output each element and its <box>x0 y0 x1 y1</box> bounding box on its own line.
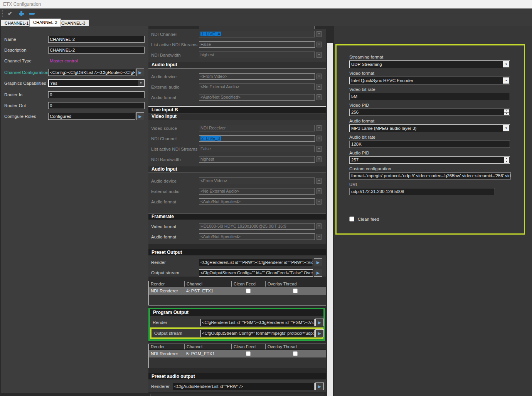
audio-device-row: Audio device <From Video> <box>148 178 326 184</box>
program-render-expand-button[interactable] <box>315 319 324 326</box>
clean-feed-checkbox[interactable] <box>246 351 251 356</box>
chevron-down-icon <box>317 84 322 90</box>
audio-device-row: Audio device <From Video> <box>148 73 326 80</box>
configure-roles-input[interactable]: Configured <box>48 113 135 120</box>
audio-format-select: <Auto/Not Specified> <box>199 233 315 240</box>
chevron-down-icon[interactable]: ▼ <box>503 125 509 131</box>
audio-format-label: Audio format <box>151 235 199 239</box>
video-format-select[interactable]: Intel QuickSync HEVC Encoder ▼ <box>349 77 510 84</box>
audio-format-value: MP3 Lame (MPEG audio layer 3) <box>351 126 416 131</box>
external-audio-label: External audio <box>151 85 199 89</box>
overlay-thread-checkbox[interactable] <box>293 289 298 293</box>
preset-audio-output-block: Preset audio output Renderer <CfgAudioRe… <box>148 373 326 392</box>
preset-output-stream-row: Output stream <CfgOutputStream Config=""… <box>148 269 326 277</box>
step-down-icon[interactable]: ▼ <box>504 160 509 163</box>
channel-type-row: Channel Type Master control <box>4 57 145 65</box>
table-row[interactable]: NDI Renderer 4: PST_ETX1 <box>149 287 326 295</box>
chevron-down-icon <box>317 178 322 184</box>
render-column-header: Render <box>149 344 184 349</box>
apply-check-icon[interactable]: ✔ <box>8 10 14 17</box>
channel-configuration-input[interactable]: <Config><CfgDSKList /><CfgRouter><CfgRou… <box>48 69 135 76</box>
audio-input-header: Audio Input <box>148 62 326 69</box>
preset-output-stream-expand-button[interactable] <box>314 269 322 277</box>
render-column-header: Render <box>149 281 184 287</box>
tab-channel-1[interactable]: CHANNEL-1 <box>1 20 32 27</box>
audio-format-label: Audio format <box>151 95 199 100</box>
program-output-stream-expand-button[interactable] <box>315 329 324 337</box>
audio-renderer-input[interactable]: <CfgAudioRendererList id="PRW" /> <box>173 383 315 390</box>
chevron-down-icon <box>317 223 322 229</box>
chevron-down-icon[interactable]: ▼ <box>503 77 509 84</box>
channel-column-header: Channel <box>184 281 231 287</box>
toolbar-grip-handle[interactable] <box>2 10 4 17</box>
remove-channel-icon[interactable] <box>29 10 35 17</box>
scrollbar-thumb[interactable] <box>327 43 333 396</box>
render-cell: NDI Renderer <box>149 351 184 356</box>
list-active-ndi-streams-row: List active NDI Streams False <box>148 41 326 48</box>
list-active-ndi-streams-select: False <box>199 41 315 48</box>
audio-pid-stepper[interactable]: 257 ▲▼ <box>349 156 510 164</box>
chevron-down-icon <box>317 52 322 58</box>
name-input[interactable]: CHANNEL-2 <box>48 36 145 43</box>
list-active-ndi-streams-row: List active NDI Streams False <box>148 146 326 152</box>
preset-audio-output-header: Preset audio output <box>148 373 326 379</box>
chevron-down-icon <box>317 156 322 162</box>
url-input[interactable]: udp://172.31.230.129:5008 <box>349 188 495 195</box>
preset-render-expand-button[interactable] <box>314 258 322 266</box>
clean-feed-cell <box>231 289 265 293</box>
router-in-input[interactable]: 0 <box>48 91 145 98</box>
clean-feed-column-header: Clean Feed <box>231 344 265 349</box>
chevron-down-icon[interactable]: ▼ <box>138 80 144 86</box>
step-up-icon[interactable]: ▲ <box>504 109 509 112</box>
video-bit-rate-input[interactable]: 5M <box>349 93 510 100</box>
streaming-format-select[interactable]: UDP Streaming ▼ <box>349 60 510 68</box>
step-down-icon[interactable]: ▼ <box>504 112 509 115</box>
ndi-bandwidth-row: NDI Bandwidth highest <box>148 156 326 163</box>
custom-configuration-input[interactable]: format='mpegts' protocol='udp://' video:… <box>349 172 511 180</box>
description-input[interactable]: CHANNEL-2 <box>48 47 145 54</box>
channel-column-header: Channel <box>184 344 231 349</box>
configure-roles-expand-button[interactable] <box>136 112 144 120</box>
audio-bit-rate-input[interactable]: 128K <box>349 141 510 148</box>
audio-renderer-expand-button[interactable] <box>315 383 324 390</box>
clean-feed-checkbox[interactable] <box>349 216 354 221</box>
program-output-stream-input[interactable]: <CfgOutputStream Config=" format='mpegts… <box>200 330 315 337</box>
ndi-channel-select: 1: LIVE_A <box>199 31 315 37</box>
tab-channel-2[interactable]: CHANNEL-2 <box>29 18 61 27</box>
overlay-thread-checkbox[interactable] <box>293 351 298 356</box>
video-pid-label: Video PID <box>349 103 524 107</box>
video-pid-stepper[interactable]: 256 ▲▼ <box>349 109 510 116</box>
preset-render-input[interactable]: <CfgRendererList id="PRW"><CfgRenderer i… <box>199 259 313 266</box>
preset-output-stream-input[interactable]: <CfgOutputStream Config="" id="" CleanFe… <box>199 269 313 277</box>
audio-input-header: Audio Input <box>148 166 326 173</box>
program-render-input[interactable]: <CfgRendererList id="PGM"><CfgRenderer i… <box>200 319 315 326</box>
live-input-b-header: Live Input B <box>148 106 326 113</box>
audio-format-select[interactable]: MP3 Lame (MPEG audio layer 3) ▼ <box>349 124 510 132</box>
step-up-icon[interactable]: ▲ <box>504 157 509 160</box>
chevron-down-icon <box>317 42 322 47</box>
table-row[interactable]: NDI Renderer 5: PGM_ETX1 <box>149 350 326 357</box>
vertical-scrollbar[interactable] <box>327 26 333 396</box>
stepper-buttons: ▲▼ <box>504 157 509 163</box>
video-format-label: Video format <box>349 71 524 76</box>
clean-feed-checkbox[interactable] <box>246 289 251 293</box>
overlay-thread-cell <box>265 289 325 293</box>
preset-render-row: Render <CfgRendererList id="PRW"><CfgRen… <box>148 258 326 266</box>
graphics-capabilities-select[interactable]: Yes ▼ <box>48 79 145 87</box>
router-out-input[interactable]: 0 <box>48 102 145 109</box>
framerate-block: Framerate Video format HD1080-50i HDYC 1… <box>148 213 326 244</box>
external-audio-select: <No External Audio> <box>199 188 315 195</box>
selected-value: 1: LIVE_A <box>200 32 221 36</box>
add-channel-icon[interactable] <box>18 10 25 17</box>
chevron-down-icon[interactable]: ▼ <box>503 61 509 67</box>
channel-configuration-expand-button[interactable] <box>136 69 144 76</box>
chevron-down-icon <box>317 94 322 100</box>
selected-value: 2: LIVE_B <box>200 136 221 141</box>
tab-channel-3[interactable]: CHANNEL-3 <box>57 20 89 27</box>
audio-device-label: Audio device <box>151 74 199 79</box>
ndi-bandwidth-row: NDI Bandwidth highest <box>148 52 326 58</box>
output-stream-settings-panel: Streaming format UDP Streaming ▼ Video f… <box>334 26 532 396</box>
program-render-row: Render <CfgRendererList id="PGM"><CfgRen… <box>150 319 323 326</box>
live-input-a-block: NDI Channel 1: LIVE_A List active NDI St… <box>148 29 326 106</box>
video-pid-group: Video PID 256 ▲▼ <box>349 103 524 116</box>
